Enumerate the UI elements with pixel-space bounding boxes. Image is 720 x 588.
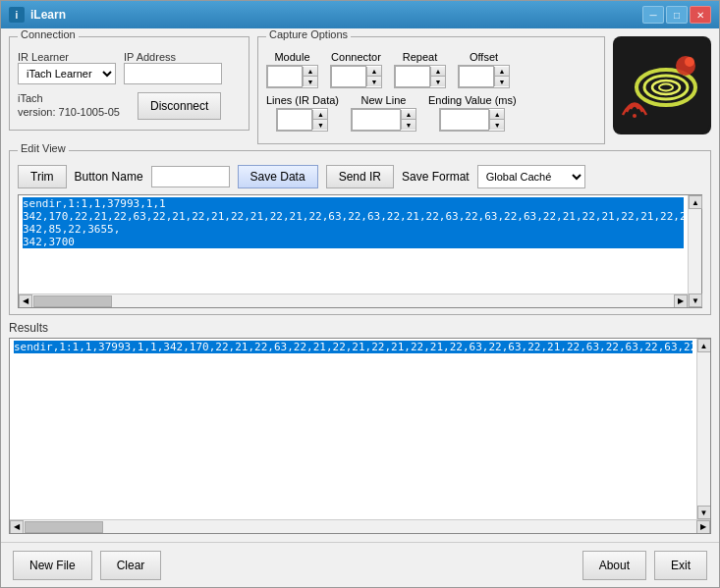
ending-spinner-btns: ▲ ▼ <box>489 110 504 130</box>
repeat-input[interactable]: 1 <box>395 66 430 87</box>
editor-h-scrollbar[interactable]: ◀ ▶ <box>19 294 688 307</box>
repeat-up[interactable]: ▲ <box>431 67 445 77</box>
about-button[interactable]: About <box>582 551 646 580</box>
version-number: version: 710-1005-05 <box>18 106 120 118</box>
results-label: Results <box>9 321 711 335</box>
results-scroll-left[interactable]: ◀ <box>10 520 24 534</box>
lines-group: Lines (IR Data) 3 ▲ ▼ <box>266 94 339 132</box>
repeat-down[interactable]: ▼ <box>431 77 445 86</box>
module-group: Module 1 ▲ ▼ <box>266 51 318 88</box>
capture-section: Capture Options Module 1 ▲ ▼ <box>257 36 605 144</box>
offset-spinner-btns: ▲ ▼ <box>494 67 509 86</box>
learner-select[interactable]: iTach Learner <box>18 63 116 84</box>
offset-group: Offset 1 ▲ ▼ <box>458 51 510 88</box>
module-input[interactable]: 1 <box>267 66 303 87</box>
editor-line-1: sendir,1:1,1,37993,1,1 <box>23 197 684 210</box>
offset-label: Offset <box>470 51 498 63</box>
offset-spinner: 1 ▲ ▼ <box>458 65 510 88</box>
new-line-down[interactable]: ▼ <box>402 120 415 130</box>
title-bar: i iLearn ─ □ ✕ <box>1 1 719 28</box>
new-line-spinner-btns: ▲ ▼ <box>401 110 415 130</box>
results-scroll-up[interactable]: ▲ <box>697 339 711 352</box>
editor-scroll-thumb[interactable] <box>33 295 112 307</box>
connector-spinner-btns: ▲ ▼ <box>366 67 381 86</box>
new-line-up[interactable]: ▲ <box>402 110 415 120</box>
edit-view-section: Edit View Trim Button Name Save Data Sen… <box>9 150 711 315</box>
ending-label: Ending Value (ms) <box>428 94 517 106</box>
app-icon: i <box>9 7 25 23</box>
format-select[interactable]: Global Caché <box>477 165 585 188</box>
close-button[interactable]: ✕ <box>690 6 711 24</box>
repeat-group: Repeat 1 ▲ ▼ <box>394 51 446 88</box>
connection-section: Connection IR Learner iTach Learner IP A… <box>9 36 249 131</box>
window-controls: ─ □ ✕ <box>642 6 711 24</box>
module-up[interactable]: ▲ <box>304 67 317 77</box>
disconnect-button[interactable]: Disconnect <box>138 92 221 120</box>
lines-up[interactable]: ▲ <box>313 110 327 120</box>
maximize-button[interactable]: □ <box>666 6 688 24</box>
connector-down[interactable]: ▼ <box>367 77 381 86</box>
module-down[interactable]: ▼ <box>304 77 317 86</box>
trim-button[interactable]: Trim <box>18 165 67 188</box>
clear-button[interactable]: Clear <box>100 551 162 580</box>
version-group: iTach version: 710-1005-05 <box>18 90 120 118</box>
editor-main: sendir,1:1,1,37993,1,1 342,170,22,21,22,… <box>19 195 688 307</box>
offset-down[interactable]: ▼ <box>495 77 509 86</box>
save-format-label: Save Format <box>402 170 470 184</box>
results-scroll-thumb[interactable] <box>25 521 103 533</box>
ending-down[interactable]: ▼ <box>490 120 504 130</box>
capture-row1: Module 1 ▲ ▼ Connector 1 <box>266 51 596 88</box>
minimize-button[interactable]: ─ <box>642 6 664 24</box>
lines-spinner: 3 ▲ ▼ <box>276 108 328 132</box>
ending-spinner: 100 ▲ ▼ <box>439 108 505 132</box>
connector-input[interactable]: 1 <box>331 66 366 87</box>
capture-label: Capture Options <box>266 28 351 40</box>
connector-group: Connector 1 ▲ ▼ <box>330 51 382 88</box>
connector-spinner: 1 ▲ ▼ <box>330 65 382 88</box>
editor-content[interactable]: sendir,1:1,1,37993,1,1 342,170,22,21,22,… <box>19 195 688 294</box>
connector-label: Connector <box>331 51 381 63</box>
ending-up[interactable]: ▲ <box>490 110 504 120</box>
results-section: Results sendir,1:1,1,37993,1,1,342,170,2… <box>9 321 711 534</box>
svg-point-6 <box>685 57 694 67</box>
button-name-input[interactable] <box>151 166 230 187</box>
results-scroll-right[interactable]: ▶ <box>696 520 710 534</box>
editor-line-2: 342,170,22,21,22,63,22,21,22,21,22,21,22… <box>23 210 684 223</box>
send-ir-button[interactable]: Send IR <box>326 165 394 188</box>
save-data-button[interactable]: Save Data <box>238 165 318 188</box>
svg-point-7 <box>633 114 637 118</box>
lines-input[interactable]: 3 <box>277 109 312 131</box>
edit-view-label: Edit View <box>18 142 69 154</box>
ip-address-input[interactable]: 10.66.0.139 <box>124 63 222 84</box>
results-content[interactable]: sendir,1:1,1,37993,1,1,342,170,22,21,22,… <box>10 339 696 519</box>
repeat-label: Repeat <box>403 51 437 63</box>
new-file-button[interactable]: New File <box>13 551 92 580</box>
result-line-1: sendir,1:1,1,37993,1,1,342,170,22,21,22,… <box>14 341 692 353</box>
repeat-spinner-btns: ▲ ▼ <box>430 67 445 86</box>
editor-scroll-up[interactable]: ▲ <box>689 195 702 209</box>
title-bar-text: iLearn <box>30 8 642 22</box>
ending-input[interactable]: 100 <box>440 109 489 131</box>
version-disconnect-row: iTach version: 710-1005-05 Disconnect <box>18 88 241 120</box>
editor-scroll-right[interactable]: ▶ <box>674 294 688 308</box>
editor-scroll-down[interactable]: ▼ <box>689 294 702 307</box>
lines-down[interactable]: ▼ <box>313 120 327 130</box>
repeat-spinner: 1 ▲ ▼ <box>394 65 446 88</box>
connector-up[interactable]: ▲ <box>367 67 381 77</box>
module-spinner-btns: ▲ ▼ <box>303 67 317 86</box>
new-line-spinner: 300 ▲ ▼ <box>351 108 416 132</box>
editor-v-scrollbar[interactable]: ▲ ▼ <box>688 195 701 307</box>
offset-up[interactable]: ▲ <box>495 67 509 77</box>
editor-scroll-left[interactable]: ◀ <box>19 294 32 308</box>
offset-input[interactable]: 1 <box>459 66 494 87</box>
results-h-scrollbar[interactable]: ◀ ▶ <box>10 519 710 533</box>
ip-address-group: IP Address 10.66.0.139 <box>124 51 222 84</box>
main-window: i iLearn ─ □ ✕ Connection IR Learner iTa… <box>0 0 720 588</box>
results-v-scrollbar[interactable]: ▲ ▼ <box>696 339 710 519</box>
app-logo <box>613 36 711 134</box>
exit-button[interactable]: Exit <box>654 551 707 580</box>
main-content: Connection IR Learner iTach Learner IP A… <box>1 28 719 542</box>
top-row: Connection IR Learner iTach Learner IP A… <box>9 36 711 144</box>
new-line-input[interactable]: 300 <box>352 109 401 131</box>
results-scroll-down[interactable]: ▼ <box>697 506 711 519</box>
